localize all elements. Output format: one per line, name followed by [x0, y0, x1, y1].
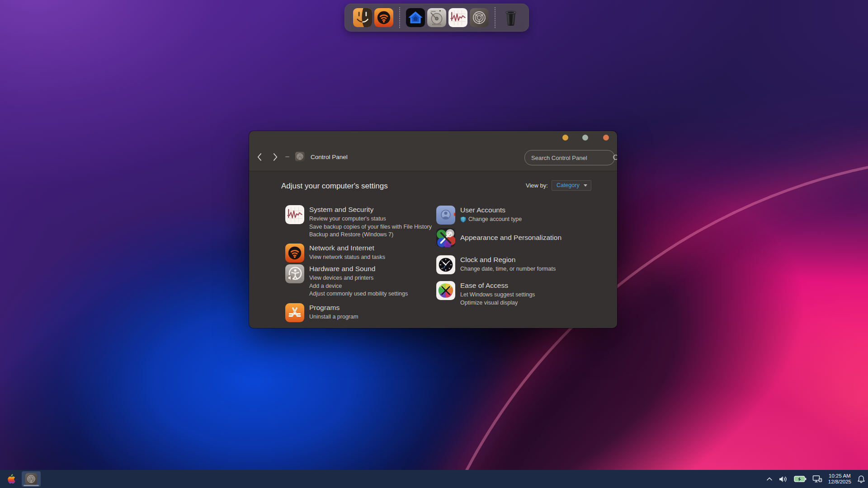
control-panel-icon	[25, 473, 37, 485]
programs-icon[interactable]	[285, 303, 304, 322]
category-link[interactable]: Backup and Restore (Windows 7)	[309, 231, 432, 239]
view-by-label: View by:	[526, 182, 548, 189]
search-input[interactable]	[525, 155, 613, 161]
category-link[interactable]: Adjust commonly used mobility settings	[309, 290, 408, 298]
zoom-button[interactable]	[582, 135, 588, 141]
category-link[interactable]: Save backup copies of your files with Fi…	[309, 223, 432, 231]
window-toolbar: Control Panel	[249, 131, 617, 171]
activity-monitor-icon[interactable]	[448, 8, 467, 27]
control-panel-window: Control Panel Adjust your computer's set…	[249, 131, 617, 328]
back-button[interactable]	[253, 151, 265, 163]
category-title[interactable]: User Accounts	[460, 206, 522, 215]
view-by-dropdown[interactable]: Category	[552, 180, 591, 191]
category-link[interactable]: Review your computer's status	[309, 215, 432, 223]
dock-separator	[495, 7, 495, 28]
taskbar-clock[interactable]: 10:25 AM 12/8/2025	[828, 473, 851, 485]
wifi-app-icon[interactable]	[374, 8, 393, 27]
clock-date: 12/8/2025	[828, 479, 851, 485]
apple-logo-icon	[5, 473, 17, 485]
view-by-value: Category	[557, 182, 580, 188]
category-link[interactable]: Let Windows suggest settings	[460, 291, 535, 299]
user-accounts-icon[interactable]	[436, 206, 455, 225]
system-tray: 10:25 AM 12/8/2025	[766, 470, 865, 488]
category-link[interactable]: View network status and tasks	[309, 253, 385, 262]
view-by-control: View by: Category	[526, 180, 591, 191]
category-network-and-internet: Network and Internet View network status…	[285, 244, 385, 263]
network-icon[interactable]	[812, 475, 822, 483]
trash-icon[interactable]	[501, 8, 520, 27]
category-link[interactable]: Change date, time, or number formats	[460, 265, 556, 273]
taskbar: 10:25 AM 12/8/2025	[0, 470, 868, 488]
appearance-icon[interactable]	[436, 228, 455, 247]
network-and-internet-icon[interactable]	[285, 244, 304, 263]
active-app-indicator	[24, 485, 39, 486]
category-programs: Programs Uninstall a program	[285, 303, 358, 322]
chevron-down-icon	[584, 184, 587, 187]
category-hardware-and-sound: Hardware and Sound View devices and prin…	[285, 264, 408, 298]
start-button[interactable]	[5, 473, 17, 485]
desktop: Control Panel Adjust your computer's set…	[0, 0, 868, 488]
taskbar-control-panel-button[interactable]	[22, 471, 41, 487]
clock-and-region-icon[interactable]	[436, 255, 455, 274]
search-box	[524, 150, 615, 165]
category-ease-of-access: Ease of Access Let Windows suggest setti…	[436, 281, 535, 307]
category-title[interactable]: Network and Internet	[309, 244, 385, 253]
hardware-and-sound-icon[interactable]	[285, 264, 304, 283]
window-title: Control Panel	[311, 154, 348, 160]
category-clock-and-region: Clock and Region Change date, time, or n…	[436, 255, 556, 274]
category-link[interactable]: Change account type	[460, 216, 522, 224]
minimize-button[interactable]	[562, 135, 568, 141]
system-settings-icon[interactable]	[470, 8, 489, 27]
category-user-accounts: User Accounts Change account type	[436, 206, 522, 225]
category-link[interactable]: Optimize visual display	[460, 299, 535, 307]
category-title[interactable]: System and Security	[309, 205, 432, 214]
finder-icon[interactable]	[353, 8, 372, 27]
system-and-security-icon[interactable]	[285, 205, 304, 224]
notifications-bell-icon[interactable]	[857, 475, 865, 483]
category-link[interactable]: Uninstall a program	[309, 313, 358, 321]
control-panel-icon	[295, 152, 305, 161]
search-icon[interactable]	[613, 154, 617, 162]
hard-drive-icon[interactable]	[427, 8, 446, 27]
close-button[interactable]	[603, 135, 609, 141]
hidden-icons-chevron[interactable]	[766, 477, 773, 481]
volume-icon[interactable]	[778, 475, 788, 483]
dock-separator	[399, 7, 400, 28]
category-title[interactable]: Clock and Region	[460, 255, 556, 264]
forward-button[interactable]	[269, 151, 281, 163]
category-system-and-security: System and Security Review your computer…	[285, 205, 432, 239]
dock	[344, 4, 529, 32]
category-title[interactable]: Programs	[309, 303, 358, 312]
recent-locations-button[interactable]	[285, 156, 289, 157]
category-link[interactable]: View devices and printers	[309, 274, 408, 282]
category-title[interactable]: Ease of Access	[460, 281, 535, 290]
home-app-icon[interactable]	[406, 8, 425, 27]
category-link[interactable]: Add a device	[309, 282, 408, 291]
category-title[interactable]: Appearance and Personalization	[460, 233, 561, 242]
category-title[interactable]: Hardware and Sound	[309, 264, 408, 273]
clock-time: 10:25 AM	[828, 473, 851, 479]
uac-shield-icon	[460, 216, 466, 223]
battery-icon[interactable]	[794, 476, 807, 482]
category-appearance-and-personalization: Appearance and Personalization	[436, 228, 561, 247]
ease-of-access-icon[interactable]	[436, 281, 455, 300]
page-title: Adjust your computer's settings	[281, 182, 388, 191]
